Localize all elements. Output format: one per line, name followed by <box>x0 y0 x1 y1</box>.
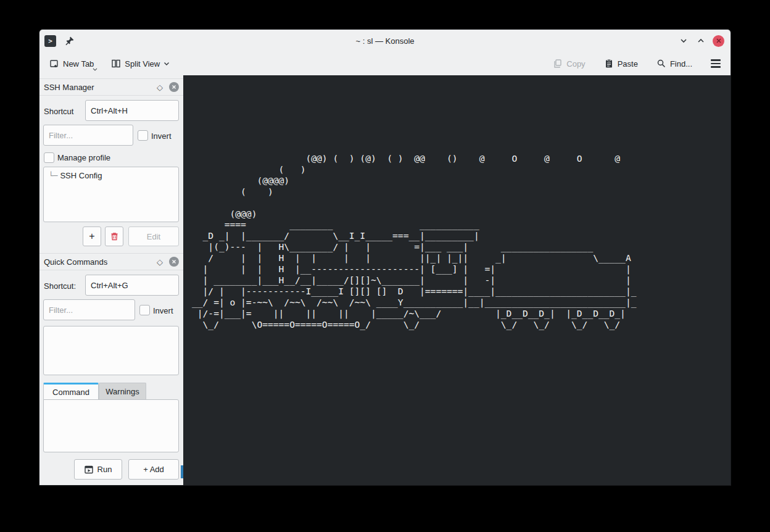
paste-icon <box>604 59 614 69</box>
qc-invert-checkbox[interactable] <box>139 305 150 315</box>
quick-commands-title: Quick Commands <box>44 257 157 267</box>
quick-commands-close-icon[interactable] <box>169 257 179 267</box>
manage-profile-checkbox[interactable] <box>44 152 54 163</box>
konsole-window: > ~ : sl — Konsole New Tab <box>39 30 731 485</box>
new-tab-caret-icon[interactable] <box>93 68 97 72</box>
ssh-add-button[interactable]: + <box>83 227 101 246</box>
quick-commands-header[interactable]: Quick Commands ◇ <box>39 253 183 270</box>
qc-shortcut-input[interactable] <box>85 275 179 296</box>
tab-command[interactable]: Command <box>43 383 99 399</box>
run-label: Run <box>97 465 112 474</box>
ssh-config-tree-item[interactable]: └─ SSH Config <box>44 167 178 180</box>
copy-label: Copy <box>566 59 585 69</box>
close-icon[interactable] <box>713 35 724 47</box>
qc-add-button[interactable]: + Add <box>128 459 179 480</box>
ssh-config-list[interactable]: └─ SSH Config <box>43 167 179 222</box>
ssh-delete-button[interactable] <box>105 227 123 246</box>
paste-label: Paste <box>618 59 638 69</box>
ssh-manager-header[interactable]: SSH Manager ◇ <box>39 78 183 96</box>
window-controls <box>678 30 724 52</box>
qc-command-editor[interactable] <box>43 399 179 452</box>
split-view-label: Split View <box>125 59 160 69</box>
run-icon <box>85 465 93 474</box>
ssh-config-label: SSH Config <box>60 171 102 180</box>
maximize-icon[interactable] <box>695 35 706 46</box>
terminal-display[interactable]: (@@) ( ) (@) ( ) @@ () @ O @ O @ ( ) (@@… <box>183 75 731 485</box>
ssh-shortcut-input[interactable] <box>85 100 179 121</box>
split-view-button[interactable]: Split View <box>106 55 175 72</box>
sl-train-ascii-art: (@@) ( ) (@) ( ) @@ () @ O @ O @ ( ) (@@… <box>192 153 636 330</box>
main-toolbar: New Tab Split View Copy <box>39 52 731 75</box>
copy-icon <box>553 59 563 69</box>
qc-invert-label: Invert <box>153 306 173 315</box>
ssh-edit-button[interactable]: Edit <box>128 227 179 246</box>
run-button[interactable]: Run <box>74 459 122 480</box>
float-panel-icon[interactable]: ◇ <box>157 83 163 92</box>
ssh-add-label: + <box>89 231 94 242</box>
ssh-edit-label: Edit <box>147 232 160 241</box>
split-view-chevron-icon <box>164 62 170 66</box>
paste-button[interactable]: Paste <box>599 55 643 72</box>
menu-icon[interactable] <box>706 56 726 71</box>
sidebar: SSH Manager ◇ Shortcut Invert Manage pro… <box>39 75 183 485</box>
tab-command-label: Command <box>52 388 89 397</box>
titlebar[interactable]: > ~ : sl — Konsole <box>39 30 731 52</box>
qc-add-label: + Add <box>143 465 164 474</box>
window-content: SSH Manager ◇ Shortcut Invert Manage pro… <box>39 75 731 485</box>
split-view-icon <box>111 59 121 69</box>
ssh-filter-input[interactable] <box>43 125 133 146</box>
manage-profile-label: Manage profile <box>57 153 110 162</box>
search-icon <box>656 59 666 69</box>
ssh-invert-label: Invert <box>151 131 172 141</box>
find-label: Find... <box>670 59 692 69</box>
ssh-manager-title: SSH Manager <box>44 83 157 92</box>
window-title: ~ : sl — Konsole <box>39 36 731 46</box>
find-button[interactable]: Find... <box>652 55 697 72</box>
trash-icon <box>110 232 118 241</box>
new-tab-icon <box>49 59 59 69</box>
float-panel-icon[interactable]: ◇ <box>157 257 163 267</box>
copy-button[interactable]: Copy <box>548 55 590 72</box>
ssh-manager-close-icon[interactable] <box>169 82 179 92</box>
ssh-shortcut-label: Shortcut <box>44 107 73 116</box>
tab-warnings[interactable]: Warnings <box>99 383 146 399</box>
new-tab-label: New Tab <box>63 59 94 69</box>
tree-branch-icon: └─ <box>49 172 57 180</box>
desktop: { "window": { "title": "~ : sl — Konsole… <box>0 0 770 532</box>
ssh-invert-checkbox[interactable] <box>138 130 148 141</box>
qc-filter-input[interactable] <box>43 299 135 320</box>
minimize-icon[interactable] <box>678 35 689 46</box>
new-tab-button[interactable]: New Tab <box>44 55 99 72</box>
qc-shortcut-label: Shortcut: <box>44 281 76 291</box>
tab-warnings-label: Warnings <box>106 387 139 396</box>
qc-command-list[interactable] <box>43 326 179 375</box>
